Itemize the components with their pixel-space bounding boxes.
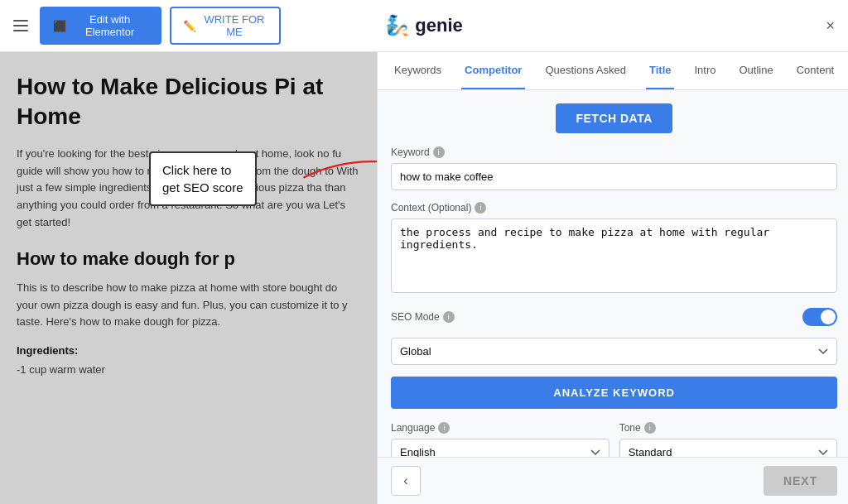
topbar-center: 🧞 genie (289, 14, 560, 37)
svg-rect-2 (13, 30, 28, 31)
svg-rect-0 (13, 20, 28, 22)
keyword-input[interactable] (391, 163, 837, 190)
back-icon: ‹ (403, 473, 407, 488)
language-select[interactable]: English (391, 439, 610, 457)
tone-group: Tone i Standard (619, 422, 838, 457)
main-content: How to Make Delicious Pi at Home If you'… (0, 52, 848, 504)
language-label-text: Language (391, 422, 435, 434)
keyword-label: Keyword i (391, 146, 837, 158)
next-button[interactable]: NEXT (764, 466, 837, 496)
context-label: Context (Optional) i (391, 202, 837, 214)
write-for-me-button[interactable]: ✏️ WRITE FOR ME (170, 7, 280, 45)
language-group: Language i English (391, 422, 610, 457)
tooltip-text: Click here to get SEO score (162, 163, 243, 194)
editor-panel: How to Make Delicious Pi at Home If you'… (0, 52, 377, 504)
language-label: Language i (391, 422, 610, 434)
back-button[interactable]: ‹ (391, 466, 421, 496)
language-tone-row: Language i English Tone i Standard (391, 422, 837, 457)
global-dropdown-group: Global (391, 338, 837, 365)
seo-mode-row: SEO Mode i (391, 308, 837, 326)
tab-questions[interactable]: Questions Asked (542, 52, 629, 89)
analyze-keyword-button[interactable]: ANALYZE KEYWORD (391, 377, 837, 409)
tab-intro[interactable]: Intro (691, 52, 719, 89)
keyword-field-group: Keyword i (391, 146, 837, 190)
editor-content: How to Make Delicious Pi at Home If you'… (0, 52, 377, 396)
write-icon: ✏️ (183, 20, 196, 32)
editor-ingredient1: -1 cup warm water (17, 363, 360, 376)
seo-mode-group: SEO Mode i (391, 308, 837, 326)
logo-text: genie (415, 15, 462, 36)
toggle-knob (821, 310, 836, 324)
editor-paragraph2: This is to describe how to make pizza at… (17, 280, 360, 331)
tone-info-icon[interactable]: i (644, 422, 656, 434)
edit-elementor-button[interactable]: ⬛ Edit with Elementor (40, 7, 161, 45)
next-label: NEXT (783, 474, 817, 487)
edit-elementor-label: Edit with Elementor (71, 13, 148, 38)
language-info-icon[interactable]: i (438, 422, 450, 434)
context-label-text: Context (Optional) (391, 202, 471, 214)
seo-mode-label-text: SEO Mode (391, 311, 440, 323)
hamburger-button[interactable] (10, 17, 31, 35)
fetch-data-button[interactable]: FETCH DATA (556, 103, 672, 133)
tab-competitor[interactable]: Competitor (461, 52, 525, 89)
right-panel: Keywords Competitor Questions Asked Titl… (377, 52, 848, 504)
seo-mode-info-icon[interactable]: i (443, 311, 455, 323)
editor-ingredients-label: Ingredients: (17, 344, 360, 357)
topbar: ⬛ Edit with Elementor ✏️ WRITE FOR ME 🧞 … (0, 0, 848, 52)
tab-content[interactable]: Content (793, 52, 838, 89)
topbar-left: ⬛ Edit with Elementor ✏️ WRITE FOR ME (10, 7, 281, 45)
tone-label: Tone i (619, 422, 838, 434)
panel-body: FETCH DATA Keyword i Context (Optional) … (378, 90, 848, 457)
editor-heading1: How to Make Delicious Pi at Home (17, 72, 360, 132)
tone-select[interactable]: Standard (619, 439, 838, 457)
global-select[interactable]: Global (391, 338, 837, 365)
elementor-icon: ⬛ (53, 20, 66, 32)
tab-outline[interactable]: Outline (736, 52, 777, 89)
editor-heading2: How to make dough for p (17, 248, 360, 270)
svg-rect-1 (13, 25, 28, 26)
tone-label-text: Tone (619, 422, 641, 434)
tab-title[interactable]: Title (646, 52, 675, 89)
keyword-info-icon[interactable]: i (433, 146, 445, 158)
context-textarea[interactable]: the process and recipe to make pizza at … (391, 218, 837, 293)
seo-mode-toggle[interactable] (802, 308, 837, 326)
bottom-bar: ‹ NEXT (378, 457, 848, 504)
keyword-label-text: Keyword (391, 146, 430, 158)
tab-bar: Keywords Competitor Questions Asked Titl… (378, 52, 848, 90)
close-button[interactable]: × (823, 14, 839, 38)
tab-keywords[interactable]: Keywords (391, 52, 445, 89)
seo-tooltip: Click here to get SEO score (149, 151, 257, 206)
write-label: WRITE FOR ME (201, 13, 267, 38)
context-info-icon[interactable]: i (475, 202, 486, 214)
topbar-right: × (567, 14, 838, 38)
logo-icon: 🧞 (385, 14, 410, 37)
fetch-row: FETCH DATA (391, 103, 837, 133)
close-icon: × (826, 17, 836, 34)
context-field-group: Context (Optional) i the process and rec… (391, 202, 837, 296)
seo-mode-label: SEO Mode i (391, 311, 455, 323)
logo: 🧞 genie (385, 14, 462, 37)
